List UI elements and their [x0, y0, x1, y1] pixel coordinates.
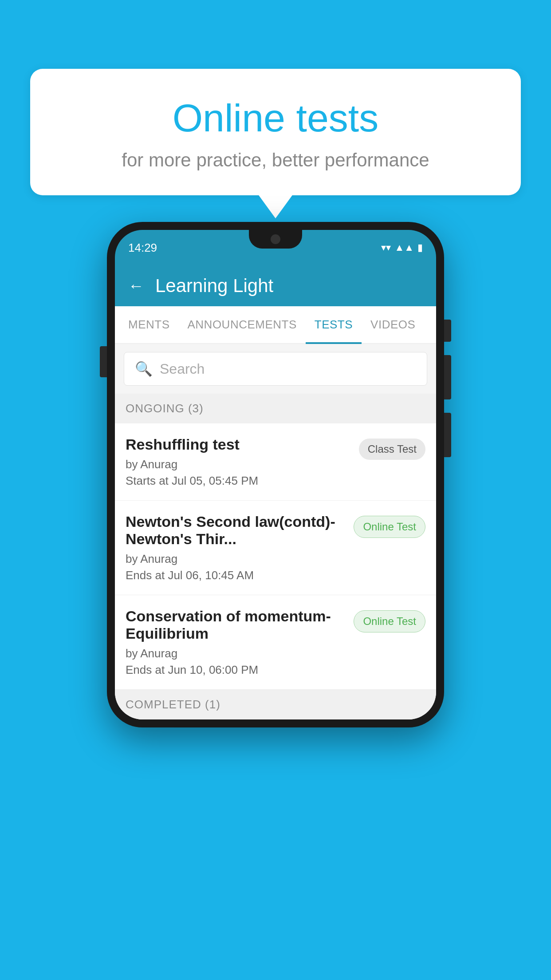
tab-announcements[interactable]: ANNOUNCEMENTS: [179, 306, 306, 343]
front-camera: [271, 234, 280, 244]
test-item-conservation[interactable]: Conservation of momentum-Equilibrium by …: [115, 595, 436, 690]
signal-icon: ▲▲: [394, 242, 414, 253]
test-item-reshuffling[interactable]: Reshuffling test by Anurag Starts at Jul…: [115, 423, 436, 501]
tabs-bar: MENTS ANNOUNCEMENTS TESTS VIDEOS: [115, 306, 436, 344]
phone-screen: ← Learning Light MENTS ANNOUNCEMENTS TES…: [115, 265, 436, 719]
test-time-newtons: Ends at Jul 06, 10:45 AM: [126, 569, 346, 582]
volume-down-button-right[interactable]: [444, 413, 451, 457]
ongoing-section-header: ONGOING (3): [115, 394, 436, 423]
test-name-conservation: Conservation of momentum-Equilibrium: [126, 608, 346, 642]
test-time-conservation: Ends at Jun 10, 06:00 PM: [126, 663, 346, 677]
test-by-newtons: by Anurag: [126, 552, 346, 566]
speech-bubble: Online tests for more practice, better p…: [30, 69, 521, 195]
phone-notch: [249, 230, 302, 249]
test-by-reshuffling: by Anurag: [126, 458, 352, 471]
bubble-subtitle: for more practice, better performance: [52, 150, 499, 171]
app-title: Learning Light: [155, 275, 273, 296]
test-by-conservation: by Anurag: [126, 647, 346, 660]
power-button[interactable]: [444, 320, 451, 342]
tab-tests[interactable]: TESTS: [306, 306, 362, 343]
status-time: 14:29: [128, 241, 157, 255]
phone-body: 14:29 ▾▾ ▲▲ ▮ ← Learning Light MENTS: [107, 222, 444, 727]
search-placeholder: Search: [160, 361, 205, 377]
completed-label: COMPLETED (1): [126, 698, 220, 711]
back-button[interactable]: ←: [128, 277, 144, 295]
battery-icon: ▮: [417, 242, 423, 253]
tab-ments[interactable]: MENTS: [119, 306, 179, 343]
ongoing-label: ONGOING (3): [126, 402, 204, 415]
search-container: 🔍 Search: [115, 344, 436, 394]
test-badge-newtons: Online Test: [354, 516, 425, 538]
app-header: ← Learning Light: [115, 265, 436, 306]
search-icon: 🔍: [135, 360, 153, 377]
test-badge-reshuffling: Class Test: [359, 439, 425, 460]
phone-frame: 14:29 ▾▾ ▲▲ ▮ ← Learning Light MENTS: [107, 222, 444, 727]
search-bar[interactable]: 🔍 Search: [124, 352, 427, 386]
volume-up-button[interactable]: [444, 355, 451, 399]
bubble-title: Online tests: [52, 95, 499, 141]
test-name-newtons: Newton's Second law(contd)-Newton's Thir…: [126, 513, 346, 548]
test-info-conservation: Conservation of momentum-Equilibrium by …: [126, 608, 346, 677]
volume-down-button[interactable]: [100, 346, 107, 377]
completed-section-header: COMPLETED (1): [115, 690, 436, 719]
status-bar: 14:29 ▾▾ ▲▲ ▮: [115, 230, 436, 265]
test-badge-conservation: Online Test: [354, 610, 425, 632]
test-info-newtons: Newton's Second law(contd)-Newton's Thir…: [126, 513, 346, 582]
status-icons: ▾▾ ▲▲ ▮: [381, 242, 423, 253]
test-info-reshuffling: Reshuffling test by Anurag Starts at Jul…: [126, 436, 352, 488]
wifi-icon: ▾▾: [381, 242, 391, 253]
test-name-reshuffling: Reshuffling test: [126, 436, 352, 453]
test-item-newtons[interactable]: Newton's Second law(contd)-Newton's Thir…: [115, 501, 436, 595]
tab-videos[interactable]: VIDEOS: [362, 306, 424, 343]
test-time-reshuffling: Starts at Jul 05, 05:45 PM: [126, 474, 352, 488]
